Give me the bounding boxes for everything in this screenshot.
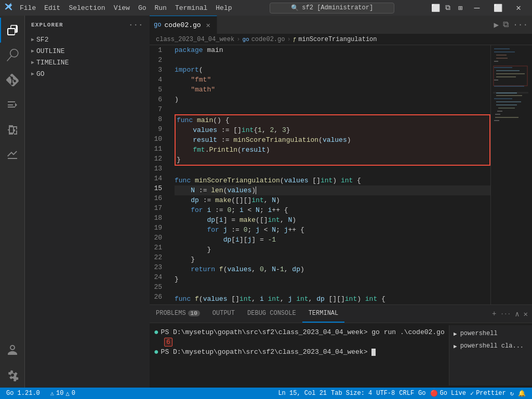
menu-selection[interactable]: Selection <box>66 3 107 13</box>
menu-file[interactable]: File <box>18 3 38 13</box>
svg-rect-5 <box>494 66 527 86</box>
status-sync[interactable]: ↻ <box>508 390 516 397</box>
terminal-label: TERMINAL <box>309 310 339 317</box>
close-button[interactable]: ✕ <box>509 2 528 14</box>
sidebar-item-go[interactable]: ▶ GO <box>25 68 150 79</box>
status-prettier[interactable]: ✓ Prettier <box>468 390 508 397</box>
tabs-bar: go code02.go ✕ ▶ ⧉ ··· <box>150 16 532 34</box>
svg-rect-19 <box>497 111 502 112</box>
sidebar-item-sf2[interactable]: ▶ SF2 <box>25 34 150 45</box>
menu-help[interactable]: Help <box>214 3 234 13</box>
breadcrumb-part3[interactable]: minScoreTriangulation <box>298 36 377 43</box>
activity-run[interactable] <box>0 92 25 117</box>
menu-edit[interactable]: Edit <box>42 3 62 13</box>
panel-content: ● PS D:\mysetup\gopath\src\sf2\class_202… <box>150 323 532 388</box>
status-tab-size[interactable]: Tab Size: 4 <box>329 390 374 397</box>
search-text[interactable]: sf2 [Administrator] <box>302 4 373 11</box>
terminal-name-2: powershell cla... <box>460 342 524 350</box>
ln9: 9 <box>150 124 166 134</box>
sidebar-header: EXPLORER ··· <box>25 16 150 34</box>
split-editor-icon[interactable]: ⧉ <box>503 20 509 30</box>
terminal-main[interactable]: ● PS D:\mysetup\gopath\src\sf2\class_202… <box>150 325 449 385</box>
highlight-box: func main() { values := []int{1, 2, 3} r… <box>175 114 490 166</box>
terminal-line-2: 6 <box>154 337 445 347</box>
status-golive[interactable]: 🔴 Go Live <box>428 390 468 397</box>
status-go-version[interactable]: Go 1.21.0 <box>4 388 42 399</box>
timeline-label: TIMELINE <box>36 59 69 66</box>
minimap <box>490 45 532 304</box>
layout3-icon[interactable]: ⊞ <box>455 3 466 12</box>
tab-terminal[interactable]: TERMINAL <box>302 305 345 323</box>
layout2-icon[interactable]: ⧉ <box>443 3 453 12</box>
go-arrow: ▶ <box>31 71 34 77</box>
activity-account[interactable] <box>0 338 25 363</box>
window-controls: ⬜ ⧉ ⊞ — ⬜ ✕ <box>430 2 528 14</box>
problems-label: PROBLEMS <box>156 310 186 317</box>
status-language[interactable]: Go <box>416 390 428 397</box>
tab-output[interactable]: OUTPUT <box>206 305 241 323</box>
terminal-prompt-1: PS D:\mysetup\gopath\src\sf2\class_2023_… <box>161 328 445 336</box>
line-ending-text: CRLF <box>399 390 414 397</box>
activity-extensions[interactable] <box>0 117 25 142</box>
warnings-icon: △ <box>65 390 69 397</box>
status-bell[interactable]: 🔔 <box>516 390 528 397</box>
sidebar-item-outline[interactable]: ▶ OUTLINE <box>25 45 150 57</box>
activity-settings[interactable] <box>0 363 25 388</box>
sidebar-item-timeline[interactable]: ▶ TIMELINE <box>25 57 150 68</box>
code-line-17: for i := 0; i < N; i++ { <box>175 205 490 215</box>
tab-close-icon[interactable]: ✕ <box>204 21 212 29</box>
status-encoding[interactable]: UTF-8 <box>374 390 397 397</box>
new-terminal-icon[interactable]: + <box>492 310 496 318</box>
code-line-25 <box>175 284 490 294</box>
panel-maximize-icon[interactable]: ∧ <box>515 310 519 318</box>
code-line-5: "math" <box>175 85 490 95</box>
status-line-ending[interactable]: CRLF <box>397 390 416 397</box>
activity-git[interactable] <box>0 68 25 92</box>
code-editor[interactable]: 1 2 3 4 5 6 7 8 9 10 11 12 13 14 <box>150 45 490 304</box>
sf2-arrow: ▶ <box>31 36 34 43</box>
menu-run[interactable]: Run <box>152 3 168 13</box>
code-line-14: func minScoreTriangulation(values []int)… <box>175 176 490 185</box>
activity-explorer[interactable] <box>0 18 25 43</box>
status-errors[interactable]: ⚠ 10 △ 0 <box>48 388 77 399</box>
minimize-button[interactable]: — <box>468 2 486 14</box>
ln16: 16 <box>150 193 166 203</box>
breadcrumb-sep2: › <box>287 36 290 43</box>
go-version-text: Go 1.21.0 <box>6 390 40 397</box>
ln1: 1 <box>150 45 166 55</box>
code-line-6: ) <box>175 95 490 104</box>
layout-icon[interactable]: ⬜ <box>430 3 441 12</box>
panel-close-icon[interactable]: ✕ <box>524 310 528 318</box>
menu-go[interactable]: Go <box>136 3 149 13</box>
activity-testing[interactable] <box>0 142 25 167</box>
menu-terminal[interactable]: Terminal <box>173 3 209 13</box>
panel: PROBLEMS 10 OUTPUT DEBUG CONSOLE TERMINA… <box>150 304 532 388</box>
golive-text: Go Live <box>440 390 466 397</box>
status-cursor[interactable]: Ln 15, Col 21 <box>276 390 329 397</box>
breadcrumb-part1[interactable]: class_2023_04_04_week <box>156 36 234 43</box>
maximize-button[interactable]: ⬜ <box>488 2 507 14</box>
activity-search[interactable] <box>0 43 25 68</box>
breadcrumb-part2[interactable]: code02.go <box>251 36 285 43</box>
svg-rect-4 <box>494 61 498 62</box>
editor-area: go code02.go ✕ ▶ ⧉ ··· class_2023_04_04_… <box>150 16 532 304</box>
code-line-19: for j := 0; j < N; j++ { <box>175 225 490 235</box>
svg-rect-15 <box>494 98 512 99</box>
run-icon[interactable]: ▶ <box>494 20 499 30</box>
tab-code02[interactable]: go code02.go ✕ <box>150 16 217 34</box>
bell-icon: 🔔 <box>518 390 526 397</box>
terminal-powershell-2[interactable]: ▶ powershell cla... <box>449 340 532 352</box>
svg-rect-21 <box>495 117 518 118</box>
sidebar-more-icon[interactable]: ··· <box>128 21 143 29</box>
code-line-12: } <box>177 155 488 165</box>
tab-debug-console[interactable]: DEBUG CONSOLE <box>241 305 302 323</box>
ln15: 15 <box>150 183 166 193</box>
tab-problems[interactable]: PROBLEMS 10 <box>150 305 206 323</box>
svg-rect-6 <box>494 67 512 68</box>
problems-badge: 10 <box>188 310 200 316</box>
panel-more-icon[interactable]: ··· <box>500 311 511 317</box>
terminal-powershell-1[interactable]: ▶ powershell <box>449 327 532 340</box>
svg-rect-22 <box>494 120 499 121</box>
more-actions-icon[interactable]: ··· <box>513 20 528 30</box>
menu-view[interactable]: View <box>112 3 132 13</box>
